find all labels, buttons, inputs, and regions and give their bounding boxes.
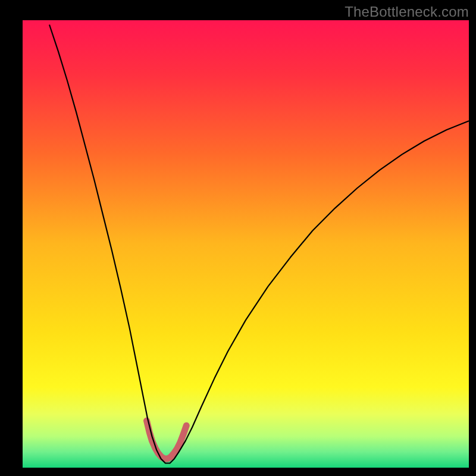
chart-frame: TheBottleneck.com <box>0 0 476 476</box>
watermark-text: TheBottleneck.com <box>345 4 469 20</box>
chart-svg <box>0 0 476 476</box>
plot-area <box>23 20 469 468</box>
